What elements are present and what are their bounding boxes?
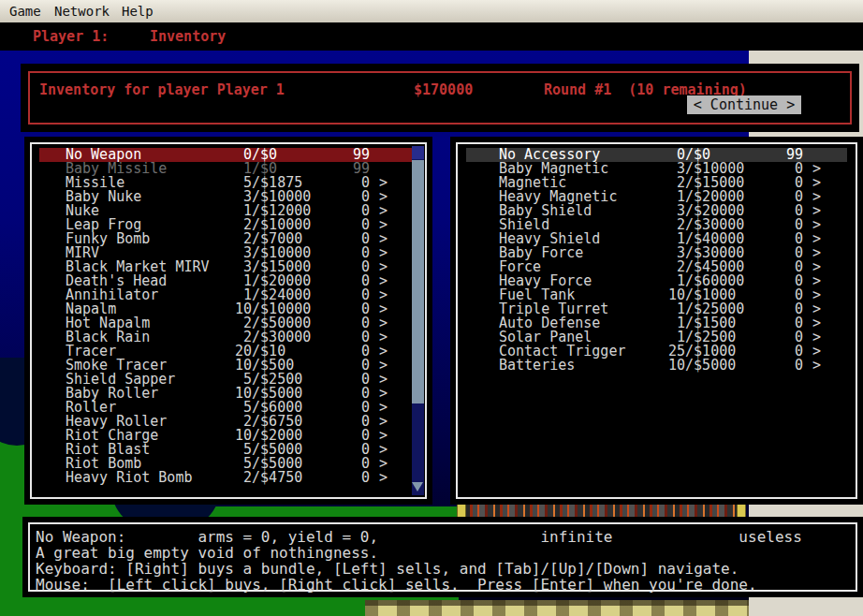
menu-item-network[interactable]: Network: [54, 4, 110, 19]
accessory-list: No Accessory 0/$0 99 Baby Magnetic 3/$10…: [466, 148, 847, 373]
buy-arrow: >: [803, 359, 821, 373]
item-name: Heavy Force: [499, 274, 668, 288]
item-name: Solar Panel: [499, 330, 668, 345]
item-name: Riot Blast: [66, 443, 235, 457]
item-name: Baby Missile: [66, 162, 235, 176]
item-bundle-price: 10/$5000: [668, 359, 753, 373]
item-name: Force: [499, 260, 668, 274]
scrollbar-top-cap: [412, 146, 424, 159]
item-name: Funky Bomb: [66, 232, 235, 246]
menu-item-game[interactable]: Game: [9, 4, 41, 19]
item-name: Napalm: [66, 302, 235, 316]
item-name: Missile: [66, 176, 235, 190]
item-name: Baby Shield: [499, 204, 668, 218]
weapon-list: No Weapon 0/$0 99 Baby Missile 1/$0 99 M…: [39, 148, 412, 485]
lava-strip-left-cap: [457, 503, 466, 521]
item-description-line: A great big empty void of nothingness.: [30, 545, 856, 561]
item-name: Black Rain: [66, 330, 235, 345]
item-name: Shield: [499, 218, 668, 232]
item-name: Heavy Shield: [499, 232, 668, 246]
header-title: Inventory for player Player 1: [39, 81, 285, 98]
item-name: Triple Turret: [499, 302, 668, 316]
title-bar: Player 1: Inventory: [0, 22, 863, 51]
buy-arrow: >: [370, 471, 388, 485]
item-name: Heavy Roller: [66, 415, 235, 429]
item-name: Heavy Riot Bomb: [66, 471, 235, 485]
item-owned-count: 0: [319, 471, 370, 485]
scrollbar-thumb[interactable]: [412, 160, 424, 403]
item-name: Baby Nuke: [66, 190, 235, 204]
player-money: $170000: [414, 81, 473, 98]
item-name: Auto Defense: [499, 316, 668, 330]
title-player: Player 1:: [33, 28, 109, 45]
item-name: Nuke: [66, 204, 235, 218]
item-name: Contact Trigger: [499, 345, 668, 359]
title-screen: Inventory: [150, 28, 226, 45]
item-name: Black Market MIRV: [66, 260, 235, 274]
item-bundle-price: 2/$4750: [235, 471, 319, 485]
continue-button[interactable]: < Continue >: [687, 95, 801, 114]
inventory-header-box: Inventory for player Player 1 $170000 Ro…: [28, 71, 852, 125]
lava-strip: [465, 504, 738, 518]
menu-item-help[interactable]: Help: [122, 4, 154, 19]
item-name: Death's Head: [66, 274, 235, 288]
weapon-scrollbar[interactable]: [412, 146, 424, 495]
mouse-help-line: Mouse: [Left click] buys, [Right click] …: [30, 577, 856, 593]
item-name: Riot Charge: [66, 429, 235, 443]
weapon-row[interactable]: Heavy Riot Bomb 2/$4750 0 >: [39, 471, 412, 485]
item-name: Heavy Magnetic: [499, 190, 668, 204]
item-name: No Accessory: [499, 148, 668, 162]
item-name: Magnetic: [499, 176, 668, 190]
item-name: Leap Frog: [66, 218, 235, 232]
item-name: Hot Napalm: [66, 316, 235, 330]
accessory-row[interactable]: Batteries 10/$5000 0 >: [466, 359, 847, 373]
scroll-down-arrow-icon[interactable]: [412, 482, 423, 491]
item-name: Shield Sapper: [66, 373, 235, 387]
description-panel: No Weapon: arms = 0, yield = 0, infinite…: [28, 522, 857, 592]
keyboard-help-line: Keyboard: [Right] buys a bundle, [Left] …: [30, 561, 856, 577]
item-owned-count: 0: [753, 359, 803, 373]
buy-arrow: [370, 148, 388, 162]
straw-band: [365, 600, 749, 616]
weapons-panel: No Weapon 0/$0 99 Baby Missile 1/$0 99 M…: [30, 142, 427, 499]
item-name: Riot Bomb: [66, 457, 235, 471]
lava-strip-right-cap: [737, 503, 746, 521]
item-name: Roller: [66, 401, 235, 415]
item-name: Baby Roller: [66, 387, 235, 401]
item-name: Tracer: [66, 345, 235, 359]
item-name: Baby Magnetic: [499, 162, 668, 176]
item-name: MIRV: [66, 246, 235, 260]
menu-bar: Game Network Help: [0, 0, 863, 24]
item-name: Baby Force: [499, 246, 668, 260]
item-name: Batteries: [499, 359, 668, 373]
item-name: No Weapon: [66, 148, 235, 162]
item-name: Annihilator: [66, 288, 235, 302]
item-name: Smoke Tracer: [66, 359, 235, 373]
item-name: Fuel Tank: [499, 288, 668, 302]
item-stats-line: No Weapon: arms = 0, yield = 0, infinite…: [30, 529, 856, 545]
accessories-panel: No Accessory 0/$0 99 Baby Magnetic 3/$10…: [456, 142, 857, 499]
